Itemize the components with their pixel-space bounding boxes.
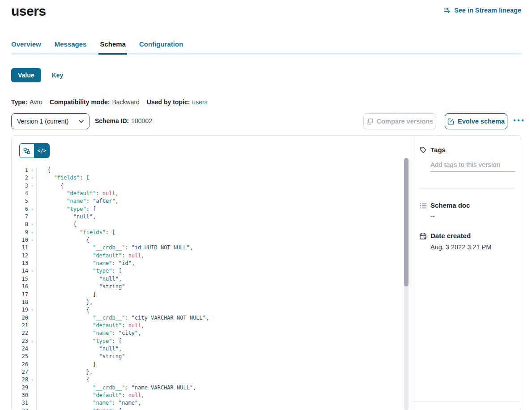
copy-versions-icon	[366, 118, 373, 125]
code-content: {	[47, 306, 89, 314]
line-number: 8	[12, 221, 28, 228]
schema-doc-value: --	[430, 213, 434, 220]
fold-arrow-icon[interactable]: ▾	[28, 337, 36, 345]
line-number: 13	[12, 260, 28, 267]
type-label: Type:	[11, 98, 27, 106]
fold-spacer	[28, 291, 36, 299]
editor-view-toggle: </>	[19, 143, 50, 158]
code-content: "type": [	[47, 337, 122, 345]
fold-spacer	[28, 361, 36, 368]
fold-arrow-icon[interactable]: ▾	[28, 306, 36, 314]
fold-arrow-icon[interactable]: ▾	[28, 182, 36, 190]
tab-schema[interactable]: Schema	[100, 40, 126, 52]
evolve-schema-button[interactable]: Evolve schema	[445, 113, 507, 129]
line-number: 11	[12, 244, 28, 252]
code-content: "default": null,	[47, 252, 145, 260]
line-number: 23	[12, 337, 28, 345]
line-number: 6	[12, 205, 28, 213]
fold-spacer	[28, 314, 36, 322]
tab-overview[interactable]: Overview	[11, 40, 41, 52]
fold-arrow-icon[interactable]: ▾	[28, 267, 36, 275]
code-content: "__crdb__": "city VARCHAR NOT NULL",	[47, 314, 209, 322]
compatibility-label: Compatibility mode:	[50, 98, 110, 106]
fold-spacer	[28, 322, 36, 329]
code-content: "string"	[47, 283, 125, 290]
schema-doc-heading: Schema doc	[430, 201, 470, 209]
fold-spacer	[28, 384, 36, 392]
see-in-stream-lineage-link[interactable]: See in Stream lineage	[443, 7, 521, 14]
line-number: 26	[12, 361, 28, 368]
date-created-heading: Date created	[430, 232, 471, 239]
list-icon	[419, 202, 427, 210]
tag-icon	[419, 146, 427, 154]
fold-arrow-icon[interactable]: ▾	[28, 407, 36, 410]
fold-spacer	[28, 213, 36, 221]
chevron-down-icon	[79, 120, 84, 123]
line-number: 27	[12, 368, 28, 376]
line-number: 9	[12, 229, 28, 236]
code-content: },	[47, 368, 93, 376]
compatibility-value: Backward	[112, 98, 139, 106]
tags-input[interactable]	[430, 161, 515, 171]
evolve-schema-label: Evolve schema	[458, 118, 505, 125]
code-content: "type": [	[47, 267, 122, 275]
fold-arrow-icon[interactable]: ▾	[28, 229, 36, 236]
fold-arrow-icon[interactable]: ▾	[28, 221, 36, 228]
editor-scrollbar-thumb[interactable]	[404, 158, 409, 286]
edit-box-icon	[447, 118, 454, 125]
tab-messages[interactable]: Messages	[55, 40, 87, 52]
used-by-topic-label: Used by topic:	[147, 98, 190, 106]
code-content: {	[47, 376, 89, 384]
ellipsis-icon	[513, 119, 524, 122]
schema-sidebar: Tags Schema doc -- Date created Aug. 3 2…	[412, 136, 521, 410]
fold-arrow-icon[interactable]: ▾	[28, 236, 36, 244]
code-content: "type": [	[47, 205, 96, 213]
fold-spacer	[28, 299, 36, 306]
line-number: 12	[12, 252, 28, 260]
tags-heading: Tags	[430, 146, 446, 154]
tab-configuration[interactable]: Configuration	[139, 40, 183, 52]
value-button[interactable]: Value	[11, 68, 41, 82]
code-content: ]	[47, 291, 96, 299]
more-options-button[interactable]	[513, 116, 524, 124]
code-view-button[interactable]: </>	[34, 143, 50, 158]
version-select-value: Version 1 (current)	[17, 118, 68, 125]
code-content: "null",	[47, 213, 96, 221]
line-number: 16	[12, 283, 28, 290]
topic-link[interactable]: users	[192, 98, 207, 106]
sidebar-divider	[420, 188, 515, 188]
fold-arrow-icon[interactable]: ▾	[28, 205, 36, 213]
code-content: },	[47, 299, 93, 306]
key-button[interactable]: Key	[52, 72, 64, 79]
code-content: ]	[47, 361, 96, 368]
code-content: "default": null,	[47, 322, 145, 329]
code-content: "type": [	[47, 407, 122, 410]
tree-view-button[interactable]	[19, 143, 34, 158]
code-content: "default": null,	[47, 392, 145, 399]
fold-spacer	[28, 329, 36, 337]
line-number: 5	[12, 197, 28, 205]
fold-spacer	[28, 197, 36, 205]
fold-arrow-icon[interactable]: ▾	[28, 376, 36, 384]
line-number: 7	[12, 213, 28, 221]
line-number: 3	[12, 182, 28, 190]
schema-panel: </> 1▾{2▾ "fields": [3▾ {4 "default": nu…	[11, 135, 521, 410]
fold-spacer	[28, 190, 36, 197]
lineage-link-label: See in Stream lineage	[454, 7, 521, 14]
line-number: 20	[12, 314, 28, 322]
schema-id-label: Schema ID:	[95, 117, 129, 124]
fold-arrow-icon[interactable]: ▾	[28, 174, 36, 182]
compare-versions-button[interactable]: Compare versions	[363, 113, 436, 129]
fold-spacer	[28, 244, 36, 252]
line-number: 29	[12, 384, 28, 392]
code-content: {	[47, 167, 51, 174]
fold-spacer	[28, 283, 36, 290]
tab-active-indicator	[98, 53, 127, 55]
line-number: 15	[12, 275, 28, 283]
fold-arrow-icon[interactable]: ▾	[28, 167, 36, 174]
tree-diagram-icon	[23, 147, 30, 154]
code-content: {	[47, 182, 64, 190]
code-content: "__crdb__": "name VARCHAR NULL",	[47, 384, 196, 392]
version-select[interactable]: Version 1 (current)	[11, 113, 89, 129]
code-content: "string"	[47, 353, 125, 360]
